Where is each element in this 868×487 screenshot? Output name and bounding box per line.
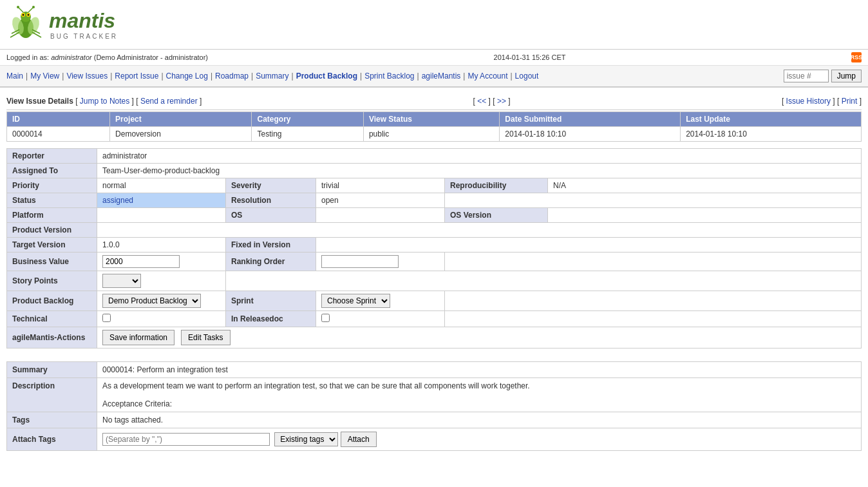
nav-sprint-backlog[interactable]: Sprint Backlog (364, 72, 414, 81)
technical-cell (97, 311, 226, 327)
nav-main[interactable]: Main (6, 72, 23, 81)
sprint-label: Sprint (226, 291, 316, 311)
issue-details-nav: [ << ] [ >> ] (473, 97, 511, 106)
nav-sep: | (251, 72, 253, 81)
nav-bar: Main | My View | View Issues | Report Is… (0, 66, 868, 88)
svg-point-9 (32, 6, 35, 8)
attach-tags-label: Attach Tags (7, 428, 97, 451)
ranking-order-label: Ranking Order (226, 253, 316, 271)
edit-tasks-button[interactable]: Edit Tasks (181, 330, 230, 345)
col-date-submitted: Date Submitted (500, 112, 681, 127)
assigned-to-row: Assigned To Team-User-demo-product-backl… (7, 164, 862, 178)
attach-tags-cell: Existing tags Attach (97, 428, 862, 451)
product-version-label: Product Version (7, 223, 97, 238)
rss-icon[interactable]: RSS (851, 52, 862, 62)
reproducibility-value: N/A (548, 178, 862, 193)
summary-row: Summary 0000014: Perform an integration … (7, 362, 862, 378)
send-reminder-link[interactable]: Send a reminder (140, 97, 198, 106)
nav-sep: | (417, 72, 419, 81)
product-backlog-select[interactable]: Demo Product Backlog (102, 294, 201, 308)
target-version-value: 1.0.0 (97, 238, 226, 253)
nav-roadmap[interactable]: Roadmap (215, 72, 249, 81)
issue-search-input[interactable] (784, 70, 829, 82)
ranking-order-input[interactable] (321, 255, 399, 268)
svg-point-5 (28, 14, 30, 16)
fields-table: Reporter administrator Assigned To Team-… (6, 148, 862, 349)
nav-sep: | (62, 72, 64, 81)
in-releasedoc-label: In Releasedoc (226, 311, 316, 327)
resolution-extra (445, 193, 862, 208)
nav-agilemantis[interactable]: agileMantis (422, 72, 461, 81)
priority-value: normal (97, 178, 226, 193)
logo-name: mantis (49, 9, 115, 33)
priority-row: Priority normal Severity trivial Reprodu… (7, 178, 862, 193)
product-version-row: Product Version (7, 223, 862, 238)
target-version-label: Target Version (7, 238, 97, 253)
col-last-update: Last Update (681, 112, 862, 127)
print-link[interactable]: Print (842, 97, 858, 106)
product-version-value (97, 223, 862, 238)
business-value-input[interactable] (102, 255, 180, 268)
nav-my-account[interactable]: My Account (467, 72, 507, 81)
status-label: Status (7, 193, 97, 208)
tags-input[interactable] (102, 433, 270, 446)
existing-tags-select[interactable]: Existing tags (274, 432, 338, 446)
reporter-row: Reporter administrator (7, 149, 862, 164)
issue-id: 0000014 (7, 127, 110, 142)
nav-product-backlog[interactable]: Product Backlog (296, 72, 357, 81)
os-label: OS (226, 208, 316, 223)
technical-row: Technical In Releasedoc (7, 311, 862, 327)
platform-row: Platform OS OS Version (7, 208, 862, 223)
nav-prev-link[interactable]: << (477, 97, 486, 106)
svg-point-8 (17, 6, 19, 8)
ranking-extra (445, 253, 862, 271)
story-points-extra (226, 271, 862, 291)
reporter-label: Reporter (7, 149, 97, 164)
status-value: assigned (97, 193, 226, 208)
product-backlog-row: Product Backlog Demo Product Backlog Spr… (7, 291, 862, 311)
summary-value: 0000014: Perform an integration test (97, 362, 862, 378)
tags-label: Tags (7, 412, 97, 428)
priority-label: Priority (7, 178, 97, 193)
nav-summary[interactable]: Summary (256, 72, 288, 81)
resolution-value: open (316, 193, 445, 208)
user-full: (Demo Administrator - administrator) (94, 53, 208, 61)
nav-sep: | (510, 72, 512, 81)
sprint-cell: Choose Sprint (316, 291, 445, 311)
tags-value: No tags attached. (97, 412, 862, 428)
nav-next-link[interactable]: >> (497, 97, 506, 106)
sprint-select[interactable]: Choose Sprint (321, 294, 390, 308)
username-italic: administrator (51, 53, 92, 61)
nav-view-issues[interactable]: View Issues (66, 72, 108, 81)
tags-row: Tags No tags attached. (7, 412, 862, 428)
jump-button[interactable]: Jump (831, 70, 862, 82)
col-id: ID (7, 112, 110, 127)
nav-logout[interactable]: Logout (515, 72, 539, 81)
business-value-label: Business Value (7, 253, 97, 271)
table-row: 0000014 Demoversion Testing public 2014-… (7, 127, 862, 142)
nav-my-view[interactable]: My View (30, 72, 59, 81)
os-version-label: OS Version (445, 208, 548, 223)
agilemantis-actions-row: agileMantis-Actions Save information Edi… (7, 327, 862, 349)
nav-report-issue[interactable]: Report Issue (115, 72, 158, 81)
header: mantis BUG TRACKER (0, 0, 868, 50)
save-information-button[interactable]: Save information (102, 330, 175, 345)
status-row: Status assigned Resolution open (7, 193, 862, 208)
attach-button[interactable]: Attach (341, 432, 377, 447)
reporter-value: administrator (97, 149, 862, 164)
issue-details-bar: View Issue Details [ Jump to Notes ] [ S… (6, 93, 862, 110)
story-points-cell: 1 2 3 5 8 13 21 (97, 271, 226, 291)
issue-history-link[interactable]: Issue History (786, 97, 831, 106)
svg-point-4 (23, 14, 24, 16)
col-project: Project (110, 112, 252, 127)
in-releasedoc-checkbox[interactable] (321, 314, 330, 322)
business-value-cell (97, 253, 226, 271)
technical-checkbox[interactable] (102, 314, 111, 322)
nav-change-log[interactable]: Change Log (166, 72, 208, 81)
in-releasedoc-cell (316, 311, 445, 327)
story-points-select[interactable]: 1 2 3 5 8 13 21 (102, 274, 141, 288)
svg-point-1 (21, 12, 31, 22)
description-value: As a development team we want to perform… (97, 378, 862, 412)
product-backlog-label: Product Backlog (7, 291, 97, 311)
jump-to-notes-link[interactable]: Jump to Notes (80, 97, 129, 106)
